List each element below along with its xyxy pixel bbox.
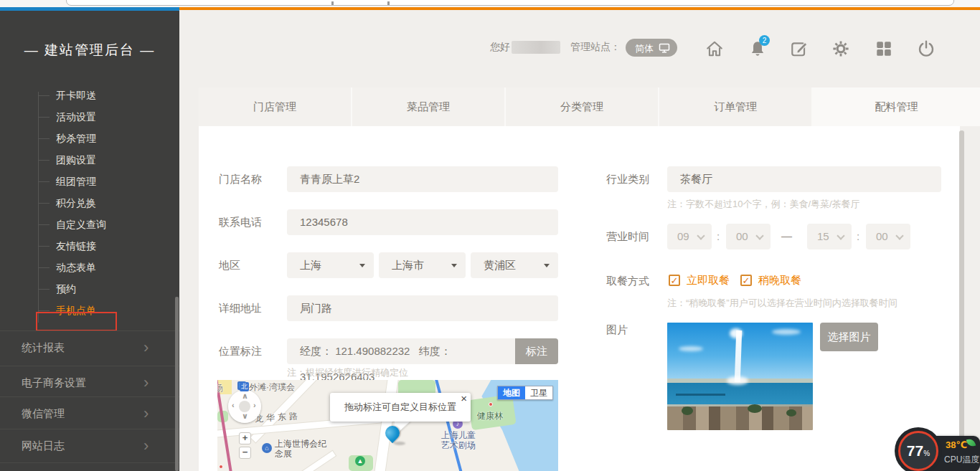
cpu-usage-gauge: 77% (898, 431, 938, 471)
sidebar-section-wechat[interactable]: 微信管理› (0, 396, 179, 429)
map-north-badge: 北 (240, 382, 249, 391)
open-hour-select[interactable]: 09 (667, 224, 712, 249)
map-tooltip: 拖动标注可自定义目标位置 × (330, 393, 471, 422)
province-select[interactable]: 上海 (287, 252, 374, 278)
pan-center-knob[interactable] (239, 401, 250, 412)
longitude-label: 经度： (300, 345, 332, 357)
section-divider (0, 462, 179, 463)
close-hour-select[interactable]: 15 (807, 224, 852, 249)
photo-pier (676, 394, 725, 396)
coordinates-field[interactable]: 经度： 121.490882232 纬度： 31.1952626403 (287, 338, 515, 364)
time-colon: : (717, 224, 720, 249)
industry-label: 行业类别 (606, 166, 649, 192)
open-minute-select[interactable]: 00 (726, 224, 771, 249)
settings-gear-icon[interactable] (831, 39, 850, 58)
image-label: 图片 (606, 323, 628, 337)
map-zoom-in-button[interactable]: + (239, 432, 251, 444)
photo-tree (786, 409, 796, 417)
active-item-highlight-box (36, 312, 117, 331)
hours-label: 营业时间 (606, 224, 649, 249)
pin-shadow (394, 442, 405, 445)
map-label-forest: 健康林 (477, 410, 503, 422)
select-arrow-icon (359, 264, 365, 267)
cpu-monitor-widget[interactable]: 77% 38℃ CPU温度 (898, 431, 980, 471)
pickup-later-checkbox[interactable]: ✓ (740, 275, 752, 286)
sidebar-item-links[interactable]: 友情链接 (0, 235, 179, 257)
sidebar-menu: 开卡即送 活动设置 秒杀管理 团购设置 组团管理 积分兑换 自定义查询 友情链接… (0, 85, 179, 332)
screen: — 建站管理后台 — 开卡即送 活动设置 秒杀管理 团购设置 组团管理 积分兑换… (0, 0, 980, 471)
sidebar-item-team[interactable]: 组团管理 (0, 171, 179, 192)
apps-grid-icon[interactable] (875, 39, 893, 58)
phone-input[interactable]: 12345678 (287, 209, 558, 235)
tab-store-management[interactable]: 门店管理 (199, 87, 352, 126)
store-name-input[interactable]: 青青原上草2 (287, 166, 558, 192)
mark-location-button[interactable]: 标注 (515, 338, 558, 364)
phone-label: 联系电话 (219, 209, 262, 235)
browser-chrome (0, 0, 980, 7)
chevron-down-icon (697, 232, 705, 239)
map-poi-icon-museum: ⌂ (262, 443, 272, 453)
address-input[interactable]: 局门路 (287, 295, 558, 321)
tab-order-management[interactable]: 订单管理 (659, 87, 813, 126)
map-zoom-out-button[interactable]: − (239, 447, 251, 459)
browser-url-bar[interactable] (66, 0, 954, 6)
pan-up-icon[interactable]: ∧ (242, 391, 248, 401)
industry-input[interactable]: 茶餐厅 (667, 166, 941, 192)
map-poi-icon-park: ▲ (355, 456, 365, 466)
sidebar-section-ecommerce[interactable]: 电子商务设置› (0, 366, 179, 398)
url-text-fragment (331, 1, 334, 5)
greeting-text: 您好 (490, 41, 510, 54)
sidebar-item-group-buy[interactable]: 团购设置 (0, 149, 179, 171)
content-scrollbar[interactable] (959, 130, 964, 470)
tooltip-close-icon[interactable]: × (461, 384, 467, 413)
sidebar-section-reports[interactable]: 统计报表› (0, 330, 179, 363)
city-select[interactable]: 上海市 (379, 252, 466, 278)
notifications-bell-icon[interactable]: 2 (748, 39, 767, 58)
pan-left-icon[interactable]: ‹ (232, 401, 235, 409)
district-select[interactable]: 黄浦区 (471, 252, 558, 278)
choose-image-button[interactable]: 选择图片 (820, 323, 878, 351)
pickup-later-label[interactable]: 稍晚取餐 (758, 273, 801, 287)
power-logout-icon[interactable] (917, 39, 936, 58)
map-type-toggle: 地图 卫星 (497, 386, 553, 400)
map-pan-control[interactable]: ∧ ∨ ‹ › (228, 390, 261, 423)
tab-ingredient-management[interactable]: 配料管理 (813, 87, 980, 126)
tree-tick (38, 203, 50, 204)
pan-right-icon[interactable]: › (253, 401, 256, 409)
sidebar-item-card-gift[interactable]: 开卡即送 (0, 85, 179, 106)
pickup-now-label[interactable]: 立即取餐 (687, 273, 730, 287)
tab-category-management[interactable]: 分类管理 (506, 87, 659, 126)
photo-cloud (772, 329, 801, 335)
sidebar-item-flash-sale[interactable]: 秒杀管理 (0, 128, 179, 149)
photo-fountain-mist (727, 376, 748, 385)
map-type-map-button[interactable]: 地图 (498, 386, 525, 399)
sidebar-item-points[interactable]: 积分兑换 (0, 192, 179, 214)
pickup-note: 注：“稍晚取餐”用户可以选择在营业时间内选择取餐时间 (667, 297, 897, 310)
time-colon: : (857, 224, 859, 249)
monitor-icon (659, 42, 670, 54)
pan-down-icon[interactable]: ∨ (242, 411, 248, 421)
tree-tick (38, 289, 50, 290)
sidebar-scrollbar[interactable] (175, 297, 179, 471)
tree-tick (38, 95, 50, 96)
pickup-now-checkbox[interactable]: ✓ (669, 275, 680, 286)
chevron-right-icon: › (143, 366, 149, 399)
map-widget[interactable]: 场 田 外滩·湾璞会 龙华东路 ⌂ 上海世博会纪念展 ▲ 健康林 ♪ 上海儿童艺… (217, 380, 558, 471)
map-type-satellite-button[interactable]: 卫星 (525, 386, 552, 399)
sidebar-item-custom-query[interactable]: 自定义查询 (0, 214, 179, 235)
tree-tick (38, 181, 50, 182)
sidebar-item-activity[interactable]: 活动设置 (0, 106, 179, 128)
chevron-down-icon (837, 232, 844, 239)
sidebar-section-logs[interactable]: 网站日志› (0, 429, 179, 461)
sidebar-item-dynamic-form[interactable]: 动态表单 (0, 257, 179, 278)
select-arrow-icon (451, 264, 457, 267)
region-label: 地区 (219, 252, 240, 278)
language-button[interactable]: 简体 (626, 39, 677, 57)
photo-tree (748, 404, 762, 413)
url-text-fragment (387, 1, 390, 5)
home-icon[interactable] (705, 39, 724, 58)
sidebar-item-reservation[interactable]: 预约 (0, 278, 179, 300)
edit-icon[interactable] (790, 39, 809, 58)
tab-dish-management[interactable]: 菜品管理 (352, 87, 506, 126)
close-minute-select[interactable]: 00 (866, 224, 910, 249)
